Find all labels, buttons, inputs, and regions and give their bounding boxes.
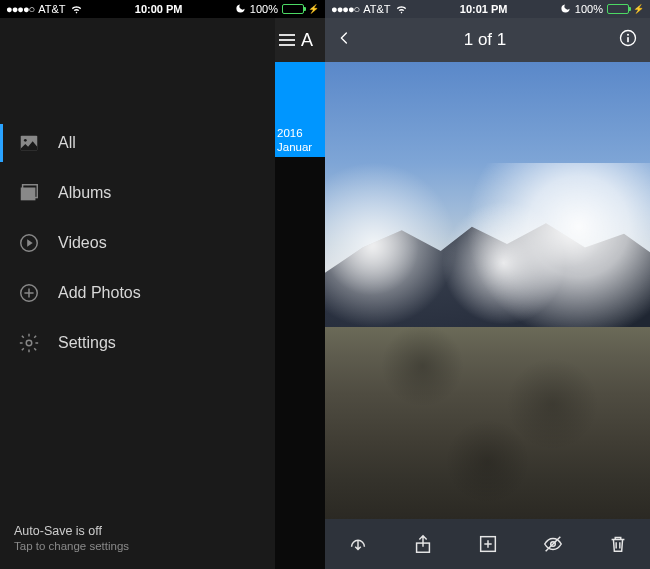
menu-label: Add Photos	[58, 284, 141, 302]
peek-title-fragment: A	[301, 30, 313, 51]
signal-dots-icon: ●●●●○	[6, 3, 34, 15]
menu-item-add-photos[interactable]: Add Photos	[0, 268, 275, 318]
menu-item-settings[interactable]: Settings	[0, 318, 275, 368]
peek-body	[275, 157, 325, 569]
month-tile[interactable]: 2016 Januar	[275, 62, 325, 157]
add-to-button[interactable]	[476, 532, 500, 556]
photo-clouds	[325, 163, 650, 346]
signal-dots-icon: ●●●●○	[331, 3, 359, 15]
photo-toolbar	[325, 519, 650, 569]
photo-count-title: 1 of 1	[464, 30, 507, 50]
svg-point-6	[26, 340, 32, 346]
plus-circle-icon	[18, 282, 40, 304]
info-button[interactable]	[618, 28, 638, 52]
autosave-hint: Tap to change settings	[14, 539, 129, 555]
share-button[interactable]	[411, 532, 435, 556]
side-drawer: All Albums Videos Add Photos	[0, 18, 275, 569]
carrier-label: AT&T	[363, 3, 390, 15]
drawer-footer[interactable]: Auto-Save is off Tap to change settings	[14, 523, 129, 555]
menu-label: Videos	[58, 234, 107, 252]
image-icon	[18, 132, 40, 154]
play-circle-icon	[18, 232, 40, 254]
status-bar: ●●●●○ AT&T 10:01 PM 100% ⚡	[325, 0, 650, 18]
carrier-label: AT&T	[38, 3, 65, 15]
wifi-icon	[395, 2, 408, 17]
app-main: All Albums Videos Add Photos	[0, 18, 325, 569]
download-button[interactable]	[346, 532, 370, 556]
phone-screenshot-right: ●●●●○ AT&T 10:01 PM 100% ⚡ 1 of 1	[325, 0, 650, 569]
menu-label: Settings	[58, 334, 116, 352]
photo-ground	[325, 327, 650, 519]
svg-point-8	[627, 34, 629, 36]
menu-label: Albums	[58, 184, 111, 202]
peek-header: A	[275, 18, 325, 62]
battery-label: 100%	[575, 3, 603, 15]
back-button[interactable]	[337, 27, 352, 53]
photo-viewer-header: 1 of 1	[325, 18, 650, 62]
autosave-status: Auto-Save is off	[14, 523, 129, 540]
moon-icon	[560, 3, 571, 16]
battery-icon	[282, 4, 304, 14]
phone-screenshot-left: ●●●●○ AT&T 10:00 PM 100% ⚡ All	[0, 0, 325, 569]
clock-label: 10:01 PM	[460, 3, 508, 15]
photo-viewport[interactable]	[325, 62, 650, 519]
charging-icon: ⚡	[308, 4, 319, 14]
menu-item-all[interactable]: All	[0, 118, 275, 168]
hamburger-icon[interactable]	[279, 34, 295, 46]
month-year: 2016	[277, 127, 323, 141]
svg-rect-3	[21, 188, 36, 201]
status-bar: ●●●●○ AT&T 10:00 PM 100% ⚡	[0, 0, 325, 18]
hide-button[interactable]	[541, 532, 565, 556]
wifi-icon	[70, 2, 83, 17]
battery-icon	[607, 4, 629, 14]
charging-icon: ⚡	[633, 4, 644, 14]
clock-label: 10:00 PM	[135, 3, 183, 15]
moon-icon	[235, 3, 246, 16]
gear-icon	[18, 332, 40, 354]
menu-label: All	[58, 134, 76, 152]
battery-label: 100%	[250, 3, 278, 15]
month-name: Januar	[277, 141, 323, 155]
svg-rect-9	[627, 37, 629, 42]
menu-item-videos[interactable]: Videos	[0, 218, 275, 268]
menu-item-albums[interactable]: Albums	[0, 168, 275, 218]
svg-point-1	[24, 139, 27, 142]
albums-icon	[18, 182, 40, 204]
delete-button[interactable]	[606, 532, 630, 556]
